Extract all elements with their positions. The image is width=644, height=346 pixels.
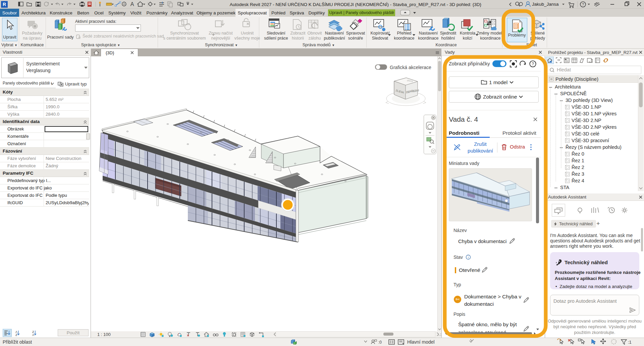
svg-text:Jakub_Jansa: Jakub_Jansa bbox=[532, 2, 559, 7]
svg-text:i: i bbox=[468, 256, 469, 259]
svg-text:A: A bbox=[130, 1, 134, 7]
svg-text:A: A bbox=[32, 333, 34, 337]
svg-text:?: ? bbox=[532, 62, 534, 66]
svg-text:Z: Z bbox=[15, 333, 17, 337]
svg-text:O: O bbox=[123, 3, 125, 6]
svg-text:?: ? bbox=[582, 2, 584, 6]
svg-text::0: :0 bbox=[378, 340, 382, 345]
svg-text::1: :1 bbox=[628, 340, 632, 345]
